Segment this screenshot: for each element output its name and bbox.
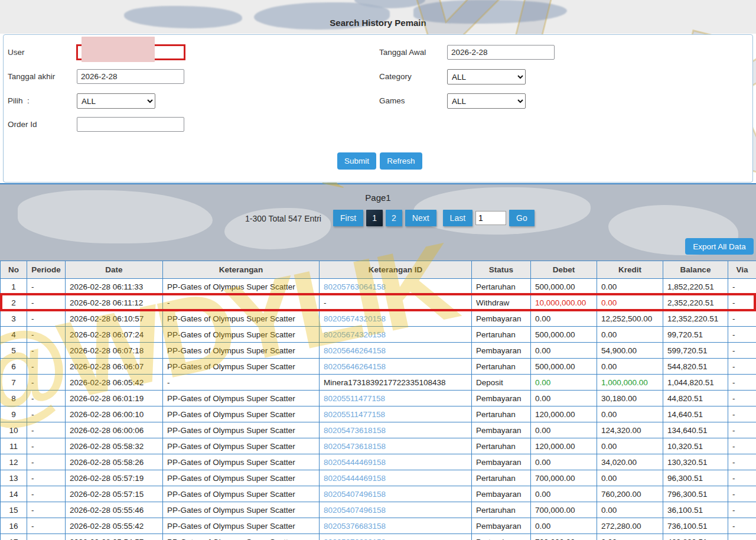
- cell-keterangan-id[interactable]: 80205674320158: [320, 311, 472, 327]
- first-button[interactable]: First: [333, 210, 363, 226]
- cell-kredit: 0.00: [597, 502, 663, 518]
- cell-kredit: 760,200.00: [597, 486, 663, 502]
- col-balance: Balance: [663, 261, 728, 279]
- cell-status: Withdraw: [472, 295, 531, 311]
- cell-balance: 99,720.51: [663, 327, 728, 343]
- cell-date: 2026-02-28 06:10:57: [66, 311, 163, 327]
- cell-periode: -: [27, 295, 66, 311]
- category-select[interactable]: ALL: [447, 69, 526, 84]
- cell-date: 2026-02-28 06:11:33: [66, 279, 163, 295]
- cell-kredit: 0.00: [597, 359, 663, 375]
- table-row: 2-2026-02-28 06:11:12--Withdraw10,000,00…: [1, 295, 756, 311]
- redaction-overlay: [82, 37, 155, 62]
- cell-keterangan: -: [163, 375, 320, 391]
- cell-debet: 120,000.00: [531, 438, 597, 454]
- cell-date: 2026-02-28 06:07:24: [66, 327, 163, 343]
- cell-balance: 44,820.51: [663, 391, 728, 406]
- cell-periode: -: [27, 422, 66, 438]
- col-status: Status: [472, 261, 531, 279]
- cell-via: -: [728, 422, 756, 438]
- cell-status: Pertaruhan: [472, 438, 531, 454]
- last-button[interactable]: Last: [443, 210, 472, 226]
- cell-keterangan-id[interactable]: 80205444469158: [320, 454, 472, 470]
- order-id-label: Order Id: [8, 120, 37, 129]
- cell-via: -: [728, 295, 756, 311]
- cell-via: -: [728, 470, 756, 486]
- cell-debet: 0.00: [531, 518, 597, 534]
- cell-via: -: [728, 311, 756, 327]
- cell-debet: 0.00: [531, 422, 597, 438]
- cell-keterangan-id[interactable]: 80205444469158: [320, 470, 472, 486]
- table-row: 3-2026-02-28 06:10:57PP-Gates of Olympus…: [1, 311, 756, 327]
- page-2-button[interactable]: 2: [386, 210, 402, 226]
- cell-periode: -: [27, 359, 66, 375]
- cell-keterangan-id[interactable]: 80205646264158: [320, 343, 472, 359]
- cell-keterangan: PP-Gates of Olympus Super Scatter: [163, 406, 320, 422]
- cell-keterangan-id[interactable]: 80205646264158: [320, 359, 472, 375]
- export-all-data-button[interactable]: Export All Data: [685, 238, 754, 255]
- cell-keterangan-id[interactable]: 80205376683158: [320, 534, 472, 540]
- col-kredit: Kredit: [597, 261, 663, 279]
- table-row: 10-2026-02-28 06:00:06PP-Gates of Olympu…: [1, 422, 756, 438]
- refresh-button[interactable]: Refresh: [380, 152, 422, 170]
- cell-status: Deposit: [472, 375, 531, 391]
- cell-no: 1: [1, 279, 27, 295]
- cell-balance: 134,640.51: [663, 422, 728, 438]
- cell-balance: 36,100.51: [663, 502, 728, 518]
- cell-keterangan-id[interactable]: 80205511477158: [320, 391, 472, 406]
- tanggal-awal-label: Tanggal Awal: [379, 48, 426, 57]
- cell-periode: -: [27, 502, 66, 518]
- table-row: 16-2026-02-28 05:55:42PP-Gates of Olympu…: [1, 518, 756, 534]
- cell-status: Pembayaran: [472, 454, 531, 470]
- page-1-button[interactable]: 1: [366, 210, 383, 226]
- cell-keterangan: PP-Gates of Olympus Super Scatter: [163, 534, 320, 540]
- cell-keterangan-id[interactable]: 80205763064158: [320, 279, 472, 295]
- cell-kredit: 0.00: [597, 279, 663, 295]
- cell-keterangan-id[interactable]: 80205511477158: [320, 406, 472, 422]
- cell-keterangan-id[interactable]: 80205674320158: [320, 327, 472, 343]
- cell-keterangan: PP-Gates of Olympus Super Scatter: [163, 470, 320, 486]
- tanggal-awal-input[interactable]: [447, 45, 555, 60]
- cell-kredit: 54,900.00: [597, 343, 663, 359]
- cell-kredit: 124,320.00: [597, 422, 663, 438]
- next-button[interactable]: Next: [405, 210, 436, 226]
- cell-keterangan-id[interactable]: 80205473618158: [320, 422, 472, 438]
- go-button[interactable]: Go: [509, 210, 535, 226]
- cell-debet: 0.00: [531, 311, 597, 327]
- goto-page-input[interactable]: [475, 211, 506, 225]
- cell-date: 2026-02-28 05:58:26: [66, 454, 163, 470]
- cell-balance: 736,100.51: [663, 518, 728, 534]
- cell-kredit: 272,280.00: [597, 518, 663, 534]
- cell-keterangan: PP-Gates of Olympus Super Scatter: [163, 422, 320, 438]
- cell-periode: -: [27, 438, 66, 454]
- cell-via: -: [728, 343, 756, 359]
- cell-date: 2026-02-28 05:57:19: [66, 470, 163, 486]
- cell-status: Pertaruhan: [472, 359, 531, 375]
- cell-via: -: [728, 391, 756, 406]
- cell-status: Pembayaran: [472, 486, 531, 502]
- table-header-row: NoPeriodeDateKeteranganKeterangan IDStat…: [1, 261, 756, 279]
- cell-keterangan: PP-Gates of Olympus Super Scatter: [163, 502, 320, 518]
- pilih-select[interactable]: ALL: [77, 93, 155, 109]
- cell-keterangan-id[interactable]: 80205473618158: [320, 438, 472, 454]
- cell-balance: 130,320.51: [663, 454, 728, 470]
- cell-debet: 700,000.00: [531, 502, 597, 518]
- tanggal-akhir-input[interactable]: [77, 69, 184, 84]
- cell-date: 2026-02-28 05:55:46: [66, 502, 163, 518]
- cell-periode: -: [27, 327, 66, 343]
- cell-periode: -: [27, 311, 66, 327]
- cell-keterangan: PP-Gates of Olympus Super Scatter: [163, 518, 320, 534]
- cell-keterangan-id[interactable]: 80205407496158: [320, 502, 472, 518]
- cell-no: 10: [1, 422, 27, 438]
- cell-keterangan: PP-Gates of Olympus Super Scatter: [163, 327, 320, 343]
- submit-button[interactable]: Submit: [337, 152, 376, 170]
- cell-periode: -: [27, 486, 66, 502]
- cell-kredit: 0.00: [597, 438, 663, 454]
- cell-kredit: 0.00: [597, 406, 663, 422]
- cell-keterangan-id[interactable]: 80205407496158: [320, 486, 472, 502]
- cell-keterangan-id[interactable]: 80205376683158: [320, 518, 472, 534]
- tanggal-akhir-label: Tanggal akhir: [8, 72, 55, 81]
- games-select[interactable]: ALL: [447, 93, 526, 109]
- order-id-input[interactable]: [77, 117, 184, 132]
- cell-via: -: [728, 359, 756, 375]
